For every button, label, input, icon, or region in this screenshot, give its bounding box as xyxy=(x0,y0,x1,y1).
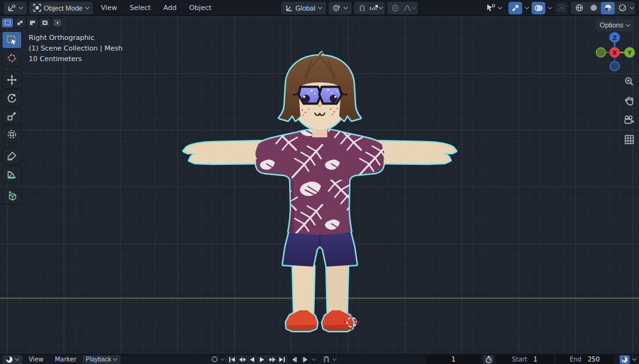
chevron-down-icon xyxy=(344,6,348,10)
right-eye xyxy=(330,95,337,102)
3d-viewport[interactable]: Options xyxy=(0,16,639,354)
stopwatch-icon xyxy=(485,356,492,363)
select-mode-subtract[interactable] xyxy=(27,18,38,27)
increment-snap-icon xyxy=(370,4,379,12)
options-button[interactable]: Options xyxy=(596,19,634,31)
preview-range-toggle[interactable] xyxy=(483,355,493,364)
shading-solid-button[interactable] xyxy=(587,2,600,14)
gizmo-toggle-icon xyxy=(512,4,520,12)
play-reverse-button[interactable] xyxy=(247,356,257,363)
falloff-curve-icon xyxy=(403,4,412,12)
camera-view-button[interactable] xyxy=(622,112,637,127)
orientation-axes-icon xyxy=(285,4,293,12)
gizmo-axis-y-neg[interactable] xyxy=(597,48,606,57)
menu-view[interactable]: View xyxy=(96,2,122,14)
menu-select[interactable]: Select xyxy=(124,2,156,14)
select-mode-set[interactable] xyxy=(2,18,13,27)
overlays-dropdown[interactable] xyxy=(548,6,552,10)
gizmo-toggle[interactable] xyxy=(508,2,522,14)
next-keyframe-button[interactable] xyxy=(267,356,277,363)
object-visibility-icon xyxy=(486,4,495,12)
play-button[interactable] xyxy=(257,356,267,363)
scene-canvas[interactable] xyxy=(0,16,639,354)
tool-cursor[interactable] xyxy=(2,49,22,67)
tool-annotate[interactable] xyxy=(2,147,22,165)
keying-dropdown[interactable] xyxy=(220,357,225,362)
auto-keyframe-toggle[interactable] xyxy=(209,355,219,364)
jump-to-end-button[interactable] xyxy=(277,356,287,363)
character-mesh[interactable] xyxy=(184,52,456,331)
grid-toggle-icon xyxy=(625,135,634,144)
tool-move[interactable] xyxy=(2,71,22,89)
shading-wireframe-button[interactable] xyxy=(572,2,586,14)
navigation-gizmo[interactable]: Z Y X xyxy=(594,30,635,75)
xray-toggle[interactable] xyxy=(555,2,568,14)
chevron-down-icon xyxy=(318,6,322,10)
timeline-menu-marker[interactable]: Marker xyxy=(50,356,82,363)
tool-add-primitive[interactable] xyxy=(2,187,22,205)
left-leg xyxy=(293,265,314,316)
right-arm xyxy=(372,141,456,164)
playback-dropdown[interactable]: Playback xyxy=(82,355,121,364)
shading-material-icon xyxy=(604,4,612,12)
sync-sphere-icon xyxy=(621,356,628,363)
timeline-editor-type-button[interactable] xyxy=(2,355,22,364)
timeline-snap-dropdown[interactable] xyxy=(332,357,337,362)
grid-toggle-button[interactable] xyxy=(622,132,637,147)
tool-box-select[interactable] xyxy=(2,31,22,49)
gizmo-axis-z-neg[interactable] xyxy=(610,62,620,71)
shading-dropdown[interactable] xyxy=(630,6,634,10)
end-frame-field[interactable]: End 250 xyxy=(556,355,613,364)
select-mode-invert[interactable] xyxy=(39,18,51,27)
pan-button[interactable] xyxy=(622,93,637,108)
start-frame-field[interactable]: Start 1 xyxy=(496,355,553,364)
pivot-point-icon xyxy=(332,4,341,12)
snap-settings-dropdown[interactable] xyxy=(370,2,384,14)
tool-rotate[interactable] xyxy=(2,89,22,107)
gizmo-dropdown[interactable] xyxy=(525,6,529,10)
select-mode-extend[interactable] xyxy=(14,18,26,27)
select-mode-intersect[interactable] xyxy=(52,18,63,27)
timeline-sync-button[interactable] xyxy=(620,355,630,364)
tool-transform[interactable] xyxy=(2,125,22,143)
pivot-point-dropdown[interactable] xyxy=(329,2,352,14)
zoom-button[interactable] xyxy=(622,74,637,89)
end-value: 250 xyxy=(588,356,600,363)
auto-key-icon xyxy=(211,356,218,363)
frame-back-button[interactable] xyxy=(289,355,299,364)
current-frame-field[interactable]: 1 xyxy=(426,355,481,364)
orientation-label: Global xyxy=(295,4,315,12)
shading-rendered-button[interactable] xyxy=(615,2,629,14)
transform-orientation-dropdown[interactable]: Global xyxy=(281,2,326,14)
menu-add[interactable]: Add xyxy=(158,2,181,14)
proportional-falloff-dropdown[interactable] xyxy=(403,2,417,14)
timeline-snap-toggle[interactable] xyxy=(321,355,331,364)
tool-scale[interactable] xyxy=(2,107,22,125)
timeline-editor-icon xyxy=(6,356,13,363)
object-visibility-dropdown[interactable] xyxy=(482,2,506,14)
editor-type-button[interactable] xyxy=(4,2,27,14)
editor-3d-viewport-icon xyxy=(7,4,16,12)
proportional-edit-toggle[interactable] xyxy=(389,2,402,14)
timeline-menu-view[interactable]: View xyxy=(24,356,49,363)
shading-material-button[interactable] xyxy=(601,2,615,14)
mode-dropdown[interactable]: Object Mode xyxy=(29,2,93,14)
menu-object[interactable]: Object xyxy=(184,2,217,14)
shirt xyxy=(255,129,384,235)
viewport-header: Object Mode View Select Add Object Globa… xyxy=(0,0,639,16)
timeline-sync-dropdown[interactable] xyxy=(632,357,637,362)
gizmo-y-label: Y xyxy=(627,49,632,56)
jump-to-start-button[interactable] xyxy=(227,356,237,363)
overlays-toggle[interactable] xyxy=(532,2,545,14)
zoom-icon xyxy=(624,76,634,86)
current-frame-value: 1 xyxy=(452,356,455,363)
left-arm xyxy=(184,141,268,164)
tool-measure[interactable] xyxy=(2,165,22,183)
prev-keyframe-button[interactable] xyxy=(237,356,247,363)
shading-wireframe-icon xyxy=(575,4,583,12)
left-eye xyxy=(302,95,310,102)
jump-to-end-icon xyxy=(279,357,285,363)
frame-forward-button[interactable] xyxy=(300,355,310,364)
snap-toggle[interactable] xyxy=(355,2,369,14)
frame-jump-dropdown[interactable] xyxy=(312,357,316,362)
